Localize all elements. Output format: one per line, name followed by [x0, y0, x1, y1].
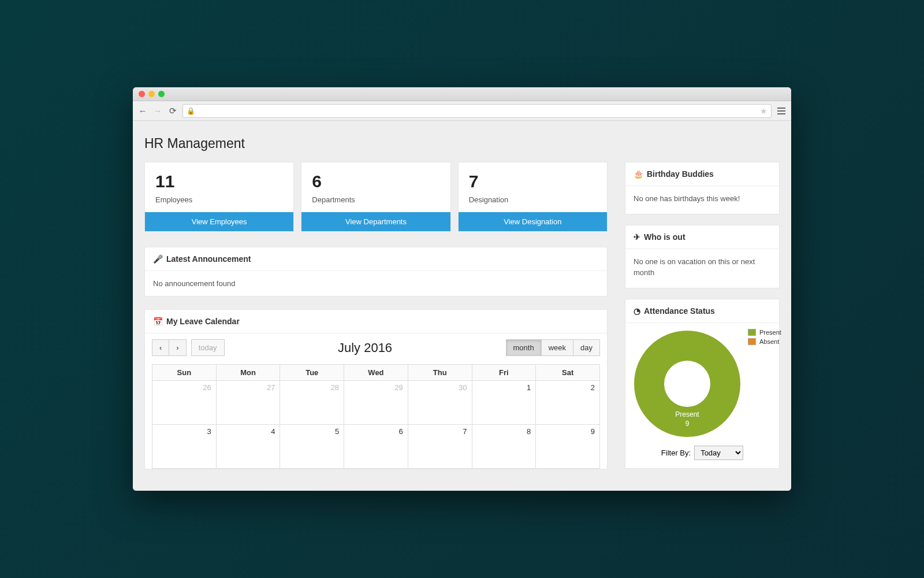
bookmark-star-icon[interactable]: ★	[760, 106, 767, 116]
page-title: HR Management	[144, 136, 780, 151]
minimize-window-button[interactable]	[148, 91, 155, 97]
paper-plane-icon: ✈	[634, 232, 640, 242]
announcement-panel: 🎤 Latest Announcement No announcement fo…	[144, 247, 608, 297]
calendar-day-cell[interactable]: 8	[472, 425, 536, 469]
view-designation-button[interactable]: View Designation	[459, 212, 607, 231]
calendar-controls: ‹ › today July 2016 month week day	[145, 334, 607, 362]
who-is-out-header: ✈ Who is out	[625, 225, 779, 249]
content-row: 11 Employees View Employees 6 Department…	[144, 162, 780, 469]
main-column: 11 Employees View Employees 6 Department…	[144, 162, 608, 469]
back-button[interactable]: ←	[137, 106, 148, 116]
calendar-grid: Sun Mon Tue Wed Thu Fri Sat 262728293012…	[152, 364, 600, 469]
pie-chart-icon: ◔	[634, 306, 640, 316]
attendance-donut-chart: Present 9	[632, 329, 742, 439]
donut-center-label: Present	[675, 410, 699, 418]
legend-absent: Absent	[748, 338, 781, 345]
stat-label: Employees	[155, 195, 283, 204]
stat-value: 7	[469, 172, 597, 191]
stat-label: Departments	[312, 195, 439, 204]
calendar-day-cell[interactable]: 3	[152, 425, 217, 469]
birthday-title: Birthday Buddies	[647, 169, 714, 179]
announcement-body: No announcement found	[145, 271, 607, 296]
calendar-prev-button[interactable]: ‹	[152, 339, 169, 356]
announcement-title: Latest Announcement	[166, 254, 251, 264]
browser-toolbar: ← → ⟳ 🔒 ★	[133, 101, 791, 121]
birthday-panel: 🎂 Birthday Buddies No one has birthdays …	[625, 162, 780, 214]
attendance-filter-row: Filter By: Today	[625, 442, 779, 468]
birthday-body: No one has birthdays this week!	[625, 186, 779, 214]
attendance-header: ◔ Attendance Status	[625, 299, 779, 323]
day-header: Thu	[408, 365, 472, 381]
lock-icon: 🔒	[187, 107, 195, 115]
calendar-icon: 📅	[153, 317, 163, 326]
day-header: Wed	[344, 365, 408, 381]
calendar-day-cell[interactable]: 6	[344, 425, 408, 469]
calendar-day-cell[interactable]: 27	[216, 381, 280, 425]
attendance-title: Attendance Status	[644, 306, 715, 316]
day-header: Mon	[216, 365, 280, 381]
legend-swatch-absent	[748, 338, 756, 345]
stat-value: 6	[312, 172, 439, 191]
who-is-out-body: No one is on vacation on this or next mo…	[625, 249, 779, 288]
close-window-button[interactable]	[139, 91, 145, 97]
stat-cards-row: 11 Employees View Employees 6 Department…	[144, 162, 608, 232]
browser-window: ← → ⟳ 🔒 ★ HR Management 11 Employees Vie…	[133, 87, 791, 491]
page-viewport: HR Management 11 Employees View Employee…	[133, 121, 791, 491]
stat-card-employees: 11 Employees View Employees	[144, 162, 294, 232]
attendance-filter-select[interactable]: Today	[694, 446, 743, 460]
calendar-next-button[interactable]: ›	[169, 339, 186, 356]
legend-present: Present	[748, 329, 781, 336]
attendance-legend: Present Absent	[748, 329, 781, 347]
calendar-nav-group: ‹ ›	[152, 339, 187, 356]
view-employees-button[interactable]: View Employees	[145, 212, 293, 231]
stat-card-designation: 7 Designation View Designation	[458, 162, 608, 232]
day-header: Sat	[536, 365, 600, 381]
attendance-chart-wrap: Present 9 Present Absent	[625, 323, 779, 442]
announcement-header: 🎤 Latest Announcement	[145, 247, 607, 271]
calendar-header: 📅 My Leave Calendar	[145, 310, 607, 334]
calendar-day-cell[interactable]: 5	[280, 425, 344, 469]
who-is-out-panel: ✈ Who is out No one is on vacation on th…	[625, 225, 780, 288]
attendance-panel: ◔ Attendance Status Present 9	[625, 299, 780, 469]
calendar-view-week[interactable]: week	[542, 339, 573, 356]
calendar-day-cell[interactable]: 9	[536, 425, 600, 469]
calendar-day-cell[interactable]: 1	[472, 381, 536, 425]
stat-card-departments: 6 Departments View Departments	[301, 162, 450, 232]
forward-button[interactable]: →	[152, 106, 163, 116]
calendar-day-cell[interactable]: 28	[280, 381, 344, 425]
day-header: Fri	[472, 365, 536, 381]
day-header: Sun	[152, 365, 217, 381]
calendar-day-cell[interactable]: 2	[536, 381, 600, 425]
calendar-day-cell[interactable]: 29	[344, 381, 408, 425]
calendar-month-label: July 2016	[229, 340, 501, 355]
legend-label-present: Present	[759, 329, 781, 336]
calendar-today-button[interactable]: today	[191, 339, 225, 356]
calendar-view-day[interactable]: day	[573, 339, 600, 356]
leave-calendar-panel: 📅 My Leave Calendar ‹ › today July 2016 …	[144, 309, 608, 469]
birthday-icon: 🎂	[634, 169, 643, 179]
browser-menu-button[interactable]	[776, 108, 787, 114]
maximize-window-button[interactable]	[158, 91, 165, 97]
filter-label: Filter By:	[661, 449, 691, 457]
view-departments-button[interactable]: View Departments	[301, 212, 450, 231]
reload-button[interactable]: ⟳	[167, 106, 178, 116]
address-bar[interactable]: 🔒 ★	[182, 104, 772, 118]
calendar-view-group: month week day	[506, 339, 600, 356]
microphone-icon: 🎤	[153, 254, 163, 264]
calendar-view-month[interactable]: month	[506, 339, 542, 356]
birthday-header: 🎂 Birthday Buddies	[625, 162, 779, 186]
stat-label: Designation	[469, 195, 597, 204]
calendar-day-cell[interactable]: 30	[408, 381, 472, 425]
donut-center-value: 9	[685, 420, 690, 428]
calendar-day-cell[interactable]: 4	[216, 425, 280, 469]
legend-swatch-present	[748, 329, 756, 336]
svg-point-1	[664, 361, 710, 407]
stat-value: 11	[155, 172, 283, 191]
day-header: Tue	[280, 365, 344, 381]
who-is-out-title: Who is out	[644, 232, 685, 242]
side-column: 🎂 Birthday Buddies No one has birthdays …	[625, 162, 780, 469]
legend-label-absent: Absent	[759, 338, 779, 345]
calendar-day-cell[interactable]: 7	[408, 425, 472, 469]
calendar-day-cell[interactable]: 26	[152, 381, 217, 425]
window-titlebar	[133, 87, 791, 101]
